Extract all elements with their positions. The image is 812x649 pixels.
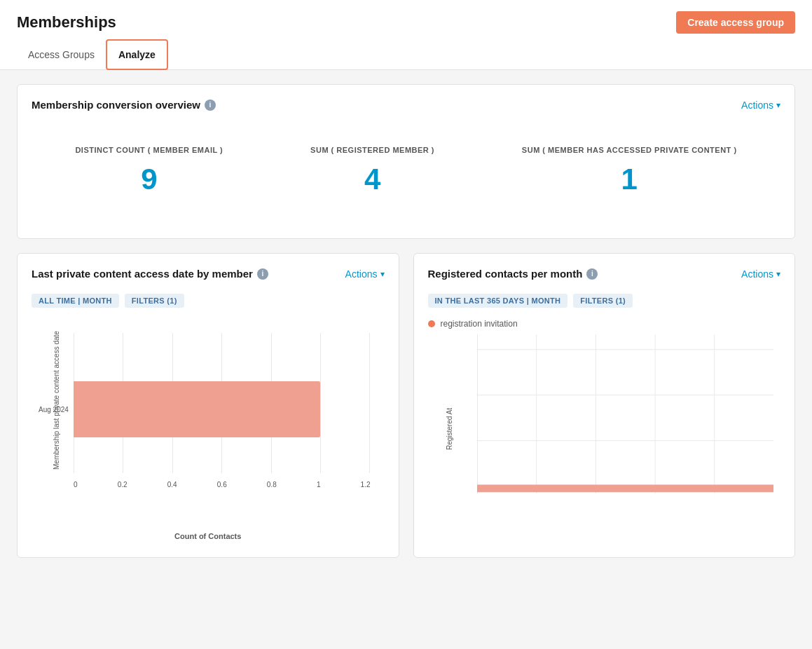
last-access-actions-button[interactable]: Actions: [345, 268, 385, 280]
svg-rect-13: [477, 485, 774, 493]
metric-sum-registered: SUM ( REGISTERED MEMBER ) 4: [310, 146, 434, 196]
tab-access-groups[interactable]: Access Groups: [17, 39, 106, 69]
registered-filter-count[interactable]: FILTERS (1): [573, 294, 633, 308]
tab-analyze[interactable]: Analyze: [106, 39, 168, 70]
x-tick-04: 0.4: [167, 481, 177, 489]
metric-sum-accessed: SUM ( MEMBER HAS ACCESSED PRIVATE CONTEN…: [522, 146, 737, 196]
last-access-filter-count[interactable]: FILTERS (1): [125, 294, 184, 308]
x-tick-06: 0.6: [217, 481, 227, 489]
main-content: Membership conversion overview i Actions…: [0, 70, 812, 649]
hbar-bar: [74, 381, 320, 437]
last-access-chart: Membership last private content access d…: [32, 319, 385, 543]
x-tick-02: 0.2: [118, 481, 128, 489]
legend-label: registration invitation: [441, 319, 518, 329]
last-access-card: Last private content access date by memb…: [17, 253, 399, 558]
hbar-row-label: Aug 2024: [39, 406, 69, 414]
registered-svg: Aug 2023 Jan 2024 Jun 2024 2: [477, 334, 774, 517]
registered-filter-time[interactable]: IN THE LAST 365 DAYS | MONTH: [428, 294, 568, 308]
last-access-filter-time[interactable]: ALL TIME | MONTH: [32, 294, 119, 308]
registered-y-label: Registered At: [445, 394, 453, 464]
last-access-info-icon[interactable]: i: [257, 268, 268, 280]
metric-distinct-count: DISTINCT COUNT ( MEMBER EMAIL ) 9: [75, 146, 223, 196]
registered-chart: Registered At: [428, 334, 781, 524]
registered-actions-button[interactable]: Actions: [741, 268, 780, 280]
x-tick-08: 0.8: [267, 481, 277, 489]
x-tick-1: 1: [317, 481, 321, 489]
last-access-filters: ALL TIME | MONTH FILTERS (1): [32, 294, 385, 308]
last-access-y-label: Membership last private content access d…: [53, 378, 60, 470]
charts-row: Last private content access date by memb…: [17, 253, 795, 572]
registered-card-title: Registered contacts per month i: [428, 268, 598, 280]
conversion-overview-card: Membership conversion overview i Actions…: [17, 84, 795, 239]
registered-info-icon[interactable]: i: [586, 268, 598, 280]
registered-filters: IN THE LAST 365 DAYS | MONTH FILTERS (1): [428, 294, 781, 308]
last-access-x-title: Count of Contacts: [32, 532, 385, 543]
x-tick-0: 0: [74, 481, 78, 489]
create-access-group-button[interactable]: Create access group: [676, 11, 795, 34]
conversion-info-icon[interactable]: i: [205, 100, 216, 111]
metrics-row: DISTINCT COUNT ( MEMBER EMAIL ) 9 SUM ( …: [32, 125, 780, 224]
registered-legend: registration invitation: [428, 319, 781, 329]
tabs-nav: Access Groups Analyze: [0, 39, 812, 70]
conversion-card-title: Membership conversion overview i: [32, 99, 216, 111]
legend-dot: [428, 320, 435, 327]
page-title: Memberships: [17, 13, 116, 32]
last-access-card-title: Last private content access date by memb…: [32, 268, 268, 280]
registered-card: Registered contacts per month i Actions …: [413, 253, 796, 558]
x-tick-12: 1.2: [361, 481, 371, 489]
conversion-actions-button[interactable]: Actions: [741, 100, 780, 111]
